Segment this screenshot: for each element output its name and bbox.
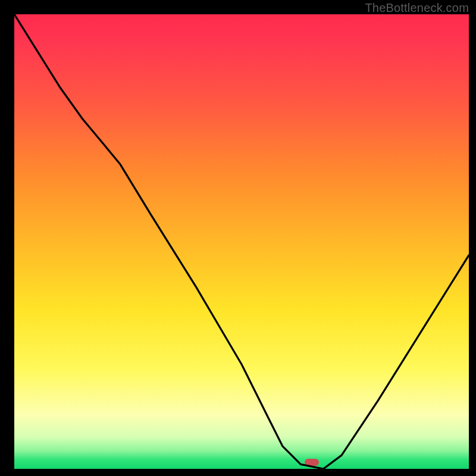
bottleneck-curve — [14, 14, 469, 469]
watermark-label: TheBottleneck.com — [365, 1, 469, 15]
curve-path — [14, 14, 469, 469]
plot-area — [14, 14, 469, 469]
chart-frame: TheBottleneck.com — [0, 0, 476, 476]
